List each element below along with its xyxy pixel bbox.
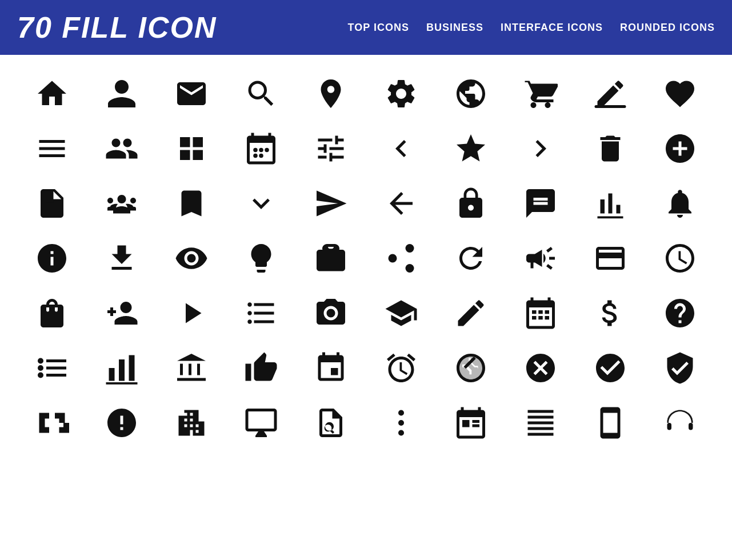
- chevron-right-icon: [523, 131, 558, 166]
- shield-check-icon: [663, 351, 697, 385]
- svg-rect-0: [594, 105, 626, 108]
- calendar-icon-cell: [226, 121, 296, 176]
- svg-point-22: [398, 420, 404, 426]
- play-icon: [174, 296, 209, 330]
- search-doc-icon: [314, 406, 348, 440]
- more-vertical-icon-cell: [366, 395, 435, 450]
- more-vertical-icon: [384, 406, 418, 440]
- settings-icon-cell: [366, 66, 435, 121]
- header-nav: TOP ICONS BUSINESS INTERFACE ICONS ROUND…: [348, 22, 715, 34]
- svg-point-7: [388, 254, 397, 263]
- grid-icon-cell: [157, 121, 226, 176]
- check-circle-icon: [593, 351, 627, 385]
- icons-grid: [0, 55, 732, 462]
- settings-icon: [384, 77, 418, 111]
- nav-rounded-icons[interactable]: ROUNDED ICONS: [620, 22, 715, 34]
- question-circle-icon: [663, 296, 697, 330]
- dollar-icon: [593, 296, 627, 330]
- shopping-bag-icon: [35, 296, 69, 330]
- home-icon: [35, 77, 69, 111]
- pencil-icon-cell: [436, 286, 506, 341]
- message-icon: [523, 186, 558, 221]
- arrow-expand-icon-cell: [17, 395, 87, 450]
- warning-icon: [105, 406, 139, 440]
- monitor-icon-cell: [226, 395, 296, 450]
- warning-icon-cell: [87, 395, 157, 450]
- globe-icon: [454, 77, 488, 111]
- message-icon-cell: [506, 176, 575, 231]
- clock-icon: [663, 241, 697, 275]
- svg-rect-18: [109, 368, 115, 381]
- location-icon: [314, 77, 348, 111]
- football-icon-cell: [436, 341, 506, 395]
- question-circle-icon-cell: [645, 286, 715, 341]
- svg-point-3: [265, 148, 270, 153]
- calendar-detail-icon: [454, 406, 488, 440]
- megaphone-icon: [523, 241, 558, 275]
- svg-rect-11: [545, 310, 549, 314]
- user-icon-cell: [87, 66, 157, 121]
- x-circle-icon: [523, 351, 558, 385]
- chart-bar-icon: [593, 186, 627, 221]
- clock-icon-cell: [645, 231, 715, 286]
- monitor-icon: [244, 406, 278, 440]
- arrow-left-icon: [384, 186, 418, 221]
- share-icon-cell: [366, 231, 435, 286]
- header: 70 FILL ICON TOP ICONS BUSINESS INTERFAC…: [0, 0, 732, 55]
- bell-icon: [663, 186, 697, 221]
- chevron-left-icon-cell: [366, 121, 435, 176]
- add-user-icon-cell: [87, 286, 157, 341]
- svg-rect-25: [689, 423, 693, 430]
- add-circle-icon: [663, 131, 697, 166]
- svg-rect-9: [532, 310, 537, 314]
- alarm-icon: [384, 351, 418, 385]
- svg-rect-12: [532, 316, 537, 319]
- svg-point-5: [259, 154, 264, 158]
- trash-icon: [593, 131, 627, 166]
- headphones-icon-cell: [645, 395, 715, 450]
- nav-business[interactable]: BUSINESS: [426, 22, 483, 34]
- sliders-icon: [314, 131, 348, 166]
- share-icon: [384, 241, 418, 275]
- shield-check-icon-cell: [645, 341, 715, 395]
- bar-chart-icon: [105, 351, 139, 385]
- credit-card-icon: [593, 241, 627, 275]
- trash-icon-cell: [575, 121, 645, 176]
- align-justify-icon-cell: [506, 395, 575, 450]
- document-icon-cell: [17, 176, 87, 231]
- calendar-full-icon-cell: [506, 286, 575, 341]
- bar-chart-icon-cell: [87, 341, 157, 395]
- nav-interface-icons[interactable]: INTERFACE ICONS: [501, 22, 603, 34]
- cart-icon: [523, 77, 558, 111]
- megaphone-icon-cell: [506, 231, 575, 286]
- lightbulb-icon-cell: [226, 231, 296, 286]
- globe-icon-cell: [436, 66, 506, 121]
- nav-top-icons[interactable]: TOP ICONS: [348, 22, 409, 34]
- document-icon: [35, 186, 69, 221]
- user-friends-icon: [105, 186, 139, 221]
- bell-icon-cell: [645, 176, 715, 231]
- building-icon: [174, 406, 209, 440]
- edit-icon: [593, 77, 627, 111]
- align-justify-icon: [523, 406, 558, 440]
- calendar-detail-icon-cell: [436, 395, 506, 450]
- sliders-icon-cell: [296, 121, 366, 176]
- calendar-clock-icon: [314, 351, 348, 385]
- grid-icon: [174, 131, 209, 166]
- cart-icon-cell: [506, 66, 575, 121]
- search-doc-icon-cell: [296, 395, 366, 450]
- smartphone-icon: [593, 406, 627, 440]
- thumbs-up-icon-cell: [226, 341, 296, 395]
- info-circle-icon-cell: [17, 231, 87, 286]
- svg-point-6: [405, 244, 414, 253]
- location-icon-cell: [296, 66, 366, 121]
- svg-point-21: [398, 410, 404, 416]
- search-icon: [244, 77, 278, 111]
- chevron-down-icon-cell: [226, 176, 296, 231]
- group-icon: [105, 131, 139, 166]
- calendar-full-icon: [523, 296, 558, 330]
- lock-icon: [454, 186, 488, 221]
- checklist-icon-cell: [226, 286, 296, 341]
- eye-icon: [174, 241, 209, 275]
- page-title: 70 FILL ICON: [17, 10, 217, 45]
